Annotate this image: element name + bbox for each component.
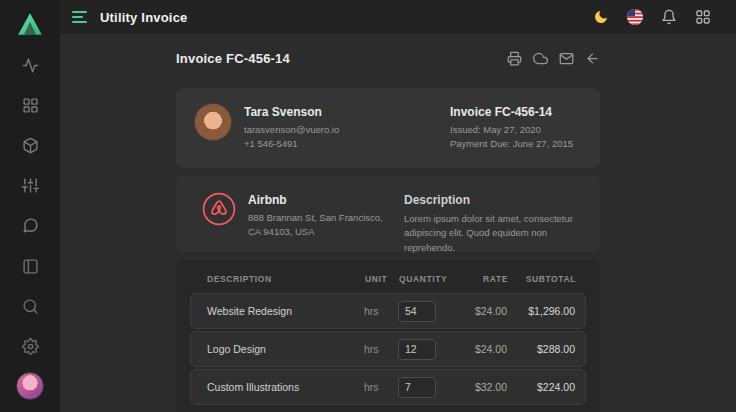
sidebar-item-panels[interactable] xyxy=(11,247,49,285)
invoice-issued-date: Issued: May 27, 2020 xyxy=(450,123,582,137)
column-header-rate: RATE xyxy=(445,274,508,284)
apps-button[interactable] xyxy=(694,8,712,26)
description-block: Description Lorem ipsum dolor sit amet, … xyxy=(404,192,582,255)
box-icon xyxy=(22,137,39,154)
table-row: Custom Illustrations hrs $32.00 $224.00 xyxy=(190,369,586,405)
column-header-subtotal: SUBTOTAL xyxy=(508,274,576,284)
sliders-icon xyxy=(22,177,39,194)
customer-name: Tara Svenson xyxy=(244,105,339,119)
customer-phone: +1 546-5491 xyxy=(244,137,339,151)
mail-icon xyxy=(559,51,574,66)
column-header-unit: UNIT xyxy=(365,274,399,284)
item-description: Custom Illustrations xyxy=(207,381,364,393)
theme-toggle[interactable] xyxy=(592,8,610,26)
cloud-icon xyxy=(533,51,548,66)
company-address-line1: 888 Brannan St, San Francisco, xyxy=(248,211,388,225)
search-icon xyxy=(22,298,39,315)
page-title: Utility Invoice xyxy=(100,10,188,25)
quantity-input[interactable] xyxy=(398,339,436,360)
item-unit: hrs xyxy=(364,305,398,317)
table-row: Website Redesign hrs $24.00 $1,296.00 xyxy=(190,293,586,329)
item-subtotal: $1,296.00 xyxy=(507,305,575,317)
menu-toggle[interactable] xyxy=(72,11,88,23)
back-button[interactable] xyxy=(584,50,600,66)
customer-section: Tara Svenson tarasvenson@vuero.io +1 546… xyxy=(176,88,600,168)
chat-icon xyxy=(22,217,39,234)
sidebar-item-activity[interactable] xyxy=(11,46,49,84)
item-unit: hrs xyxy=(364,381,398,393)
arrow-left-icon xyxy=(585,51,600,66)
sidebar-item-settings-sliders[interactable] xyxy=(11,166,49,204)
item-rate: $24.00 xyxy=(444,305,507,317)
invoice-heading: Invoice FC-456-14 xyxy=(176,51,290,66)
table-row: Logo Design hrs $24.00 $288.00 xyxy=(190,331,586,367)
printer-icon xyxy=(507,51,522,66)
main-area: Invoice FC-456-14 xyxy=(60,34,736,412)
us-flag-icon xyxy=(627,9,643,25)
column-header-description: DESCRIPTION xyxy=(207,274,365,284)
customer-avatar xyxy=(194,103,232,141)
quantity-input[interactable] xyxy=(398,377,436,398)
activity-icon xyxy=(22,57,39,74)
company-name: Airbnb xyxy=(248,193,388,207)
apps-grid-icon xyxy=(695,9,711,25)
invoice-actions xyxy=(506,50,600,66)
sidebar-item-dashboards[interactable] xyxy=(11,86,49,124)
company-info: Airbnb 888 Brannan St, San Francisco, CA… xyxy=(248,192,388,240)
description-title: Description xyxy=(404,193,582,207)
navbar-actions xyxy=(592,8,712,26)
airbnb-icon xyxy=(202,192,236,226)
customer-email: tarasvenson@vuero.io xyxy=(244,123,339,137)
gear-icon xyxy=(22,338,39,355)
top-navbar: Utility Invoice xyxy=(60,0,736,34)
company-section: Airbnb 888 Brannan St, San Francisco, CA… xyxy=(176,176,600,252)
send-mail-button[interactable] xyxy=(558,50,574,66)
grid-icon xyxy=(22,97,39,114)
items-table-section: DESCRIPTION UNIT QUANTITY RATE SUBTOTAL … xyxy=(176,260,600,412)
item-rate: $32.00 xyxy=(444,381,507,393)
sidebar xyxy=(0,0,60,412)
app-logo[interactable] xyxy=(15,9,45,39)
notifications-button[interactable] xyxy=(660,8,678,26)
invoice-number: Invoice FC-456-14 xyxy=(450,105,582,119)
moon-icon xyxy=(593,9,609,25)
invoice-meta: Invoice FC-456-14 Issued: May 27, 2020 P… xyxy=(450,103,582,152)
user-avatar[interactable] xyxy=(16,372,44,400)
description-text: Lorem ipsum dolor sit amet, consectetur … xyxy=(404,212,582,255)
bell-icon xyxy=(661,9,677,25)
item-unit: hrs xyxy=(364,343,398,355)
customer-info: Tara Svenson tarasvenson@vuero.io +1 546… xyxy=(244,103,339,152)
company-address-line2: CA 94103, USA xyxy=(248,225,388,239)
hamburger-icon xyxy=(72,11,87,13)
item-description: Logo Design xyxy=(207,343,364,355)
item-description: Website Redesign xyxy=(207,305,364,317)
item-subtotal: $288.00 xyxy=(507,343,575,355)
sidebar-item-components[interactable] xyxy=(11,126,49,164)
cloud-save-button[interactable] xyxy=(532,50,548,66)
logo-triangle-icon xyxy=(17,12,43,36)
column-header-quantity: QUANTITY xyxy=(399,274,445,284)
content-header: Invoice FC-456-14 xyxy=(176,46,600,70)
layout-icon xyxy=(22,258,39,275)
item-subtotal: $224.00 xyxy=(507,381,575,393)
company-logo xyxy=(202,192,236,226)
quantity-input[interactable] xyxy=(398,301,436,322)
table-header: DESCRIPTION UNIT QUANTITY RATE SUBTOTAL xyxy=(190,274,586,284)
print-button[interactable] xyxy=(506,50,522,66)
sidebar-item-messages[interactable] xyxy=(11,206,49,244)
locale-selector[interactable] xyxy=(626,8,644,26)
sidebar-item-settings[interactable] xyxy=(11,327,49,365)
item-rate: $24.00 xyxy=(444,343,507,355)
sidebar-item-search[interactable] xyxy=(11,287,49,325)
invoice-page: Invoice FC-456-14 xyxy=(176,46,600,412)
invoice-due-date: Payment Due: June 27, 2015 xyxy=(450,137,582,151)
